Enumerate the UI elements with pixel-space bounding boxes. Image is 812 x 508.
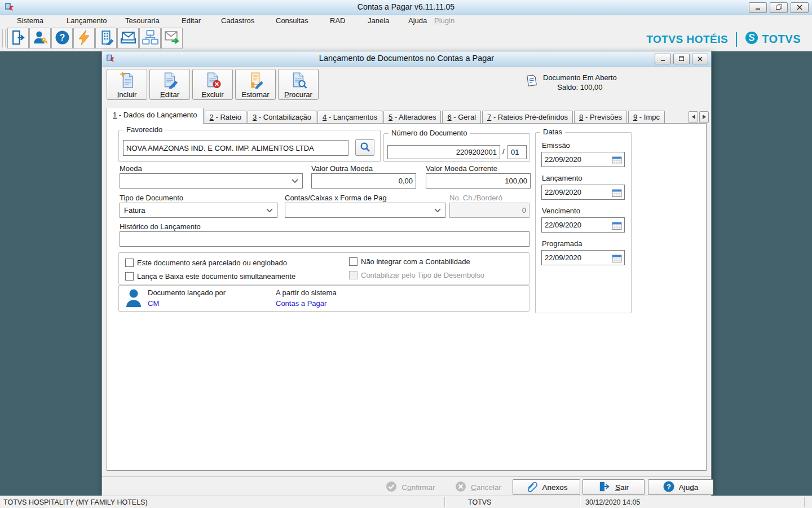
exit-door-icon [598, 481, 611, 494]
toolbar-gripper [2, 29, 5, 47]
mail-send-toolbar-button[interactable] [161, 28, 183, 49]
anexos-button[interactable]: Anexos [513, 479, 580, 495]
tab-rateios-pre-definidos[interactable]: 7 - Rateios Pré-definidos [482, 111, 573, 124]
favorecido-search-button[interactable] [355, 139, 374, 156]
calendar-icon[interactable] [611, 155, 623, 165]
tipo-documento-label: Tipo de Documento [120, 194, 183, 202]
tab-scroll-right-button[interactable] [699, 111, 709, 123]
org-chart-toolbar-button[interactable] [139, 28, 161, 49]
bordero-input [449, 203, 529, 218]
a-partir-sistema-label: A partir do sistema [276, 288, 337, 297]
numero-separator: / [502, 147, 505, 156]
calendar-icon[interactable] [611, 253, 623, 263]
restore-icon [775, 3, 783, 12]
menu-ajuda[interactable]: Ajuda [408, 16, 427, 25]
search-document-icon [290, 82, 307, 90]
dialog-minimize-button[interactable] [655, 54, 671, 64]
company-edit-toolbar-button[interactable] [95, 28, 117, 49]
calendar-icon[interactable] [611, 220, 623, 230]
menu-editar[interactable]: Editar [182, 16, 201, 25]
programada-date-input[interactable]: 22/09/2020 [541, 250, 625, 265]
valor-moeda-corrente-input[interactable] [426, 173, 531, 189]
statusbar-company: TOTVS HOSPITALITY (MY FAMILY HOTELS) [3, 498, 148, 506]
lancamento-date-input[interactable]: 22/09/2020 [541, 185, 625, 200]
tipo-documento-combobox[interactable]: Fatura [120, 203, 277, 218]
excluir-button[interactable]: Excluir [192, 69, 233, 100]
tab-impostos[interactable]: 9 - Impc [628, 111, 665, 124]
menu-sistema[interactable]: Sistema [17, 16, 43, 25]
menu-rad[interactable]: RAD [330, 16, 345, 25]
emissao-date-input[interactable]: 22/09/2020 [541, 152, 625, 167]
valor-outra-moeda-input[interactable] [311, 173, 416, 189]
dialog-close-button[interactable] [692, 54, 708, 64]
menu-janela[interactable]: Janela [368, 16, 389, 25]
menu-consultas[interactable]: Consultas [276, 16, 308, 25]
tab-previsoes[interactable]: 8 - Previsões [574, 111, 627, 124]
restore-button[interactable] [770, 2, 788, 13]
statusbar-app: TOTVS [468, 498, 491, 506]
totvs-logo-icon [745, 31, 758, 47]
parcela-input[interactable] [508, 145, 527, 159]
change-user-toolbar-button[interactable] [29, 28, 51, 49]
tab-geral[interactable]: 6 - Geral [442, 111, 481, 124]
sair-button[interactable]: Sair [582, 479, 645, 495]
dialog-maximize-button[interactable] [673, 54, 690, 64]
moeda-label: Moeda [120, 164, 142, 173]
menu-tesouraria[interactable]: Tesouraria [125, 16, 160, 25]
document-status-icon [526, 74, 537, 89]
historico-input[interactable] [120, 231, 529, 247]
help-icon: ? [663, 481, 674, 494]
incluir-button[interactable]: Incluir [107, 69, 147, 100]
menu-plugin: Plugin [434, 16, 454, 25]
arrow-right-icon [701, 113, 707, 121]
editar-button[interactable]: Editar [149, 69, 190, 100]
quick-action-toolbar-button[interactable] [73, 28, 95, 49]
bordero-label: No. Ch./Borderô [449, 194, 502, 202]
tab-lancamentos[interactable]: 4 - Lançamentos [317, 111, 382, 124]
parcelado-checkbox[interactable] [125, 259, 134, 267]
lancado-por-label: Documento lançado por [148, 288, 226, 297]
nao-integrar-checkbox[interactable] [349, 257, 358, 266]
menu-lancamento[interactable]: Lançamento [67, 16, 107, 25]
tab-rateio[interactable]: 2 - Rateio [205, 111, 246, 124]
favorecido-input[interactable] [123, 140, 348, 156]
tab-contabilizacao[interactable]: 3 - Contabilização [248, 111, 316, 124]
ajuda-button[interactable]: ? Ajuda [648, 479, 713, 495]
emissao-label: Emissão [542, 141, 570, 150]
confirmar-button: Confirmar [377, 479, 444, 495]
procurar-button[interactable]: Procurar [278, 69, 319, 100]
mail-inbox-toolbar-button[interactable] [117, 28, 139, 49]
numero-documento-label: Número do Documento [389, 129, 470, 137]
vencimento-date-input[interactable]: 22/09/2020 [541, 217, 625, 233]
tab-scroll-left-button[interactable] [689, 111, 698, 123]
statusbar-divider [804, 497, 805, 507]
numero-documento-input[interactable] [387, 145, 500, 159]
maximize-icon [678, 55, 685, 63]
programada-label: Programada [542, 239, 582, 248]
exit-door-icon [11, 30, 26, 47]
chevron-down-icon [292, 177, 298, 185]
tab-alteradores[interactable]: 5 - Alteradores [383, 111, 442, 124]
calendar-icon[interactable] [611, 187, 623, 198]
nao-integrar-checkbox-label: Não integrar com a Contabilidade [361, 257, 470, 266]
close-button[interactable] [791, 2, 809, 13]
lanca-baixa-checkbox[interactable] [125, 272, 134, 281]
lancamento-documentos-dialog: Lançamento de Documentos no Contas a Pag… [102, 51, 712, 496]
tab-dados-do-lancamento[interactable]: 1 - Dados do Lançamento [107, 108, 204, 124]
valor-outra-moeda-label: Valor Outra Moeda [311, 164, 373, 173]
parcelado-checkbox-label: Este documento será parcelado ou engloba… [137, 259, 287, 267]
contas-forma-pag-combobox[interactable] [285, 203, 445, 218]
dados-do-lancamento-page: Favorecido Número do Documento / Moeda V… [107, 123, 707, 471]
close-icon [697, 55, 703, 63]
chevron-down-icon [266, 206, 273, 214]
x-circle-icon [455, 481, 466, 494]
minimize-button[interactable] [749, 2, 767, 13]
chevron-down-icon [434, 206, 441, 214]
help-toolbar-button[interactable]: ? [51, 28, 73, 49]
document-saldo-text: Saldo: 100,00 [543, 82, 617, 92]
lightning-icon [77, 30, 91, 47]
menu-cadastros[interactable]: Cadastros [221, 16, 254, 25]
exit-toolbar-button[interactable] [7, 28, 29, 49]
estornar-button[interactable]: Estornar [235, 69, 276, 100]
moeda-combobox[interactable] [120, 173, 303, 189]
